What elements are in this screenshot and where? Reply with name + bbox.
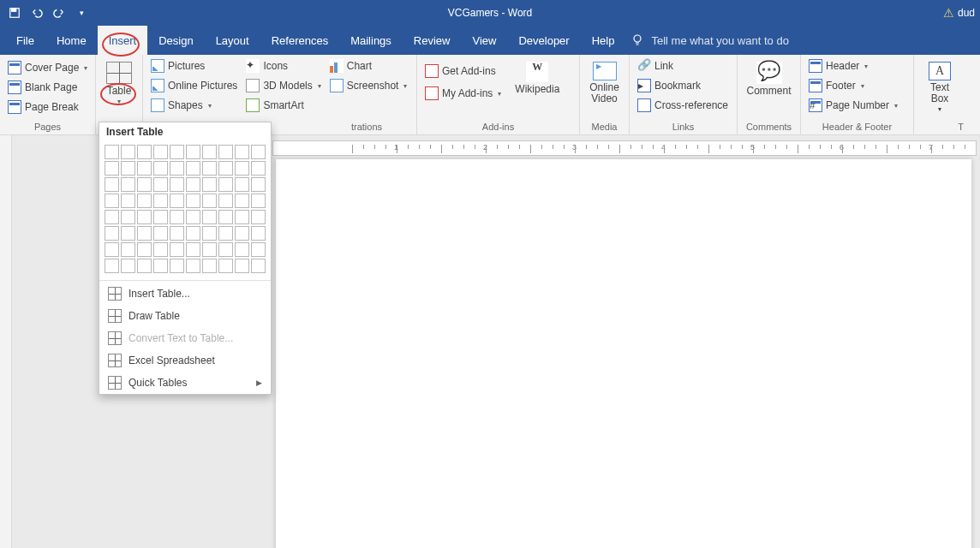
grid-cell[interactable] [137,177,152,192]
grid-cell[interactable] [186,145,200,159]
grid-cell[interactable] [235,210,249,224]
tab-help[interactable]: Help [581,26,626,55]
tab-mailings[interactable]: Mailings [339,26,403,55]
grid-cell[interactable] [121,161,135,176]
table-button[interactable]: Table ▾ [101,58,137,122]
tab-developer[interactable]: Developer [507,26,580,55]
grid-cell[interactable] [170,177,184,192]
comment-button[interactable]: Comment [748,58,791,122]
grid-cell[interactable] [137,145,152,159]
grid-cell[interactable] [251,259,266,273]
grid-cell[interactable] [186,161,200,176]
grid-cell[interactable] [186,226,200,241]
tab-insert[interactable]: Insert [98,26,148,55]
grid-cell[interactable] [218,242,233,257]
grid-cell[interactable] [202,226,217,241]
grid-cell[interactable] [170,226,184,241]
tab-design[interactable]: Design [147,26,204,55]
grid-cell[interactable] [137,210,152,224]
grid-cell[interactable] [105,210,119,224]
screenshot-button[interactable]: Screenshot [327,78,410,93]
grid-cell[interactable] [105,177,119,192]
grid-cell[interactable] [105,194,119,208]
grid-cell[interactable] [105,242,119,257]
grid-cell[interactable] [121,145,135,159]
grid-cell[interactable] [202,161,217,176]
grid-cell[interactable] [235,194,249,208]
grid-cell[interactable] [235,145,249,159]
grid-cell[interactable] [251,161,266,176]
grid-cell[interactable] [218,226,233,241]
online-video-button[interactable]: Online Video [585,58,624,122]
grid-cell[interactable] [170,145,184,159]
grid-cell[interactable] [235,259,249,273]
grid-cell[interactable] [105,259,119,273]
grid-cell[interactable] [153,259,168,273]
grid-cell[interactable] [251,145,266,159]
grid-cell[interactable] [137,161,152,176]
grid-cell[interactable] [202,194,217,208]
tell-me[interactable]: Tell me what you want to do [630,33,788,47]
grid-cell[interactable] [218,145,233,159]
qat-customize-button[interactable]: ▾ [70,2,93,24]
cross-reference-button[interactable]: Cross-reference [635,98,731,113]
grid-cell[interactable] [170,161,184,176]
grid-cell[interactable] [170,259,184,273]
page-break-button[interactable]: Page Break [5,99,90,115]
grid-cell[interactable] [202,210,217,224]
dropdown-item[interactable]: Insert Table... [99,283,271,305]
grid-cell[interactable] [235,226,249,241]
icons-button[interactable]: ✦Icons [243,58,323,74]
online-pictures-button[interactable]: Online Pictures [148,78,240,93]
grid-cell[interactable] [186,259,200,273]
tab-layout[interactable]: Layout [205,26,260,55]
grid-cell[interactable] [186,242,200,257]
grid-cell[interactable] [105,161,119,176]
grid-cell[interactable] [235,242,249,257]
grid-cell[interactable] [153,194,168,208]
3d-models-button[interactable]: 3D Models [243,78,323,93]
grid-cell[interactable] [105,145,119,159]
document-page[interactable] [276,159,971,548]
user-area[interactable]: ⚠ dud [938,0,980,26]
grid-cell[interactable] [121,194,135,208]
grid-cell[interactable] [218,194,233,208]
grid-cell[interactable] [153,161,168,176]
tab-references[interactable]: References [260,26,339,55]
grid-cell[interactable] [202,177,217,192]
grid-cell[interactable] [137,242,152,257]
link-button[interactable]: Link [635,58,731,74]
grid-cell[interactable] [218,259,233,273]
grid-cell[interactable] [170,210,184,224]
text-box-button[interactable]: A Text Box▾ [920,58,959,122]
save-button[interactable] [3,2,26,24]
grid-cell[interactable] [121,226,135,241]
bookmark-button[interactable]: ▸Bookmark [635,78,731,93]
tab-review[interactable]: Review [403,26,462,55]
grid-cell[interactable] [235,161,249,176]
grid-cell[interactable] [121,259,135,273]
grid-cell[interactable] [153,226,168,241]
grid-cell[interactable] [186,177,200,192]
wikipedia-button[interactable]: W Wikipedia [507,58,567,122]
grid-cell[interactable] [251,242,266,257]
horizontal-ruler[interactable]: 1234567 [272,140,977,156]
grid-cell[interactable] [137,194,152,208]
grid-cell[interactable] [202,145,217,159]
grid-cell[interactable] [251,226,266,241]
grid-cell[interactable] [235,177,249,192]
grid-cell[interactable] [218,177,233,192]
grid-cell[interactable] [186,194,200,208]
redo-button[interactable] [48,2,70,24]
grid-cell[interactable] [170,194,184,208]
dropdown-item[interactable]: Draw Table [99,305,271,327]
grid-cell[interactable] [153,145,168,159]
footer-button[interactable]: Footer [806,78,900,93]
grid-cell[interactable] [105,226,119,241]
header-button[interactable]: Header [806,58,900,74]
grid-cell[interactable] [251,210,266,224]
grid-cell[interactable] [137,226,152,241]
grid-cell[interactable] [121,210,135,224]
grid-cell[interactable] [137,259,152,273]
grid-cell[interactable] [218,161,233,176]
